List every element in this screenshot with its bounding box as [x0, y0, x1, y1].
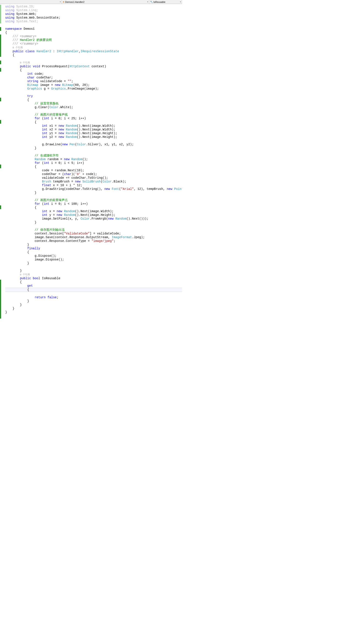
xml-summary-close: /// </summary> [13, 42, 38, 46]
comment: // 保存图片到输出流 [34, 228, 64, 232]
kw-finally: finally [27, 247, 40, 250]
type-graphics: Graphics [51, 87, 66, 90]
kw-try: try [27, 94, 33, 98]
comment: // 生成随机字符 [34, 154, 58, 157]
dropdown-member-label: IsReusable [154, 1, 166, 3]
code-editor[interactable]: using System.IO; using System.Linq; usin… [0, 4, 182, 318]
dropdown-class-label: Demos1.Handler2 [65, 1, 84, 3]
chevron-down-icon: ▾ [147, 1, 148, 3]
codelens-ref[interactable]: 0 个引用 [13, 46, 23, 49]
chevron-down-icon: ▾ [180, 1, 181, 3]
comment: // 画图片的前景噪声点 [34, 198, 68, 202]
class-name: Handler2 [36, 50, 51, 53]
kw-for: for [34, 117, 40, 120]
interface-2: IRequiresSessionState [80, 50, 119, 53]
param-name: context) [90, 65, 106, 68]
string-literal: "image/jpeg" [92, 239, 114, 243]
dropdown-class[interactable]: ⬘ Demos1.Handler2 ▾ [62, 0, 149, 4]
fold-gutter[interactable] [1, 4, 5, 318]
codelens-ref[interactable]: 0 个引用 [20, 273, 30, 276]
dropdown-member[interactable]: 🔧 IsReusable ▾ [149, 0, 182, 4]
current-line-highlight: { [0, 288, 182, 292]
namespace-name: Demos1 [24, 27, 34, 30]
kw-int: int [44, 117, 49, 120]
type-graphics: Graphics [27, 87, 42, 90]
param-type: HttpContext [70, 65, 90, 68]
code-content[interactable]: using System.IO; using System.Linq; usin… [5, 4, 182, 318]
dropdown-project[interactable]: ▾ [0, 0, 62, 4]
codelens-ref[interactable]: 0 个引用 [20, 62, 30, 64]
type-bitmap: Bitmap [27, 83, 38, 87]
comment: // 画图片的背景噪声线 [34, 113, 68, 116]
kw-get: get [27, 284, 33, 288]
xml-summary-open: /// <summary> [13, 34, 36, 38]
breadcrumb-bar: ▾ ⬘ Demos1.Handler2 ▾ 🔧 IsReusable ▾ [0, 0, 182, 4]
chevron-down-icon: ▾ [60, 1, 61, 3]
string-literal: "" [68, 80, 72, 83]
type-bitmap: Bitmap [62, 83, 73, 87]
wrench-icon: 🔧 [150, 1, 153, 3]
comment: // 设置背景颜色 [34, 102, 58, 105]
interface-1: IHttpHandler [56, 50, 79, 53]
type-color: Color [50, 106, 58, 109]
string-literal: "ValidateCode" [64, 232, 90, 235]
class-icon: ⬘ [63, 1, 64, 3]
